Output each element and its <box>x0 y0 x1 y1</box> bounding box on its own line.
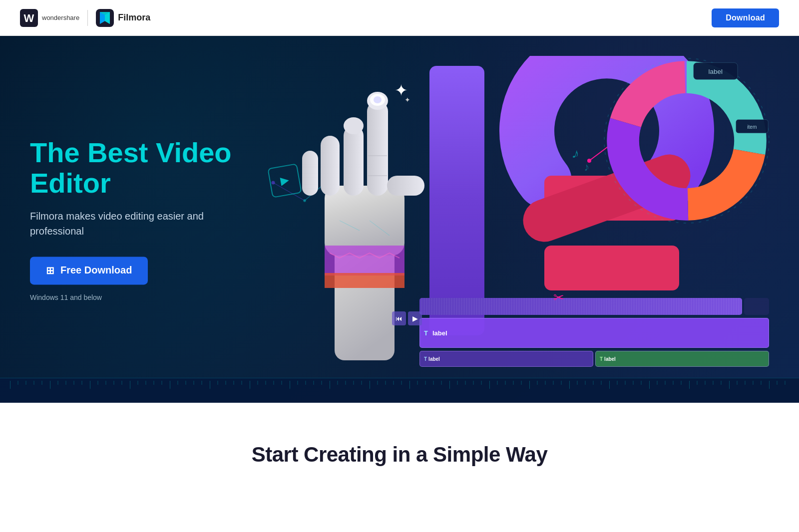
wondershare-logo: W wondershare <box>20 9 79 27</box>
free-download-button[interactable]: ⊞ Free Download <box>30 257 148 284</box>
empty-segment-1 <box>744 298 769 315</box>
playback-controls: ⏮ ▶ <box>392 311 422 325</box>
track-row-3: T label T label <box>419 351 769 368</box>
svg-point-42 <box>374 96 382 103</box>
svg-rect-28 <box>367 101 388 196</box>
svg-rect-40 <box>325 273 404 288</box>
header: W wondershare Filmora Download <box>0 0 799 36</box>
timeline-ruler: /* inline ticks rendered in SVG */ <box>0 378 799 403</box>
svg-rect-34 <box>387 176 424 196</box>
header-logo-group: W wondershare Filmora <box>20 9 150 27</box>
track-row-1 <box>419 298 769 315</box>
audio-track-segment <box>419 298 742 315</box>
svg-rect-32 <box>321 136 340 196</box>
hero-section: The Best Video Editor Filmora makes vide… <box>0 36 799 403</box>
hero-title: The Best Video Editor <box>30 137 290 199</box>
os-note: Windows 11 and below <box>30 293 290 301</box>
label-text: label <box>432 329 447 337</box>
hero-subtitle: Filmora makes video editing easier and p… <box>30 209 240 239</box>
label-sub-2-icon: T <box>600 356 603 362</box>
label-sub-2: T label <box>595 351 769 367</box>
svg-text:label: label <box>708 68 723 75</box>
playback-play-btn[interactable]: ▶ <box>408 311 422 325</box>
svg-rect-33 <box>302 151 318 196</box>
track-editing-area: T label T label T label <box>419 298 769 368</box>
svg-text:W: W <box>24 12 34 24</box>
timeline-ticks-svg: /* inline ticks rendered in SVG */ <box>10 381 789 401</box>
svg-rect-27 <box>325 186 404 256</box>
svg-text:item: item <box>747 124 757 130</box>
playback-skip-btn[interactable]: ⏮ <box>392 311 406 325</box>
filmora-icon <box>96 9 114 27</box>
free-download-label: Free Download <box>60 265 132 276</box>
label-sub-2-text: label <box>604 356 616 362</box>
bottom-section: Start Creating in a Simple Way <box>0 403 799 497</box>
filmora-logo: Filmora <box>96 9 150 27</box>
track-row-2: T label <box>419 318 769 348</box>
svg-rect-39 <box>325 246 404 275</box>
svg-point-31 <box>344 117 364 134</box>
label-sub-1-icon: T <box>424 356 427 362</box>
header-download-button[interactable]: Download <box>712 8 779 27</box>
svg-rect-15 <box>544 246 679 290</box>
svg-rect-48 <box>10 381 789 401</box>
svg-rect-30 <box>344 126 364 196</box>
label-sub-1-text: label <box>428 356 440 362</box>
bottom-title: Start Creating in a Simple Way <box>20 443 779 467</box>
windows-icon: ⊞ <box>46 265 54 276</box>
wondershare-brand-text: wondershare <box>42 14 79 21</box>
donut-chart-svg: label item <box>602 56 772 226</box>
label-track-main: T label <box>419 318 769 348</box>
label-sub-1: T label <box>419 351 593 367</box>
label-icon: T <box>424 329 428 337</box>
logo-divider <box>87 10 88 26</box>
svg-point-12 <box>587 159 591 163</box>
filmora-brand-text: Filmora <box>118 12 150 23</box>
hero-content: The Best Video Editor Filmora makes vide… <box>30 137 290 301</box>
wondershare-icon: W <box>20 9 38 27</box>
scissors-icon: ✂ <box>553 290 564 305</box>
